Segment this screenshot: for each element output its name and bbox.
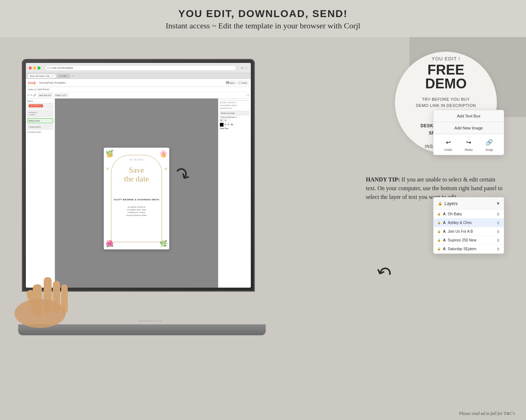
layer-text-oh-baby: Oh Baby	[448, 212, 494, 216]
card-details: are getting married on OCTOBER 24TH, 202…	[104, 206, 169, 217]
main-area: C | corjl.com/templates ⊕ ↑ ☆ Save the D…	[0, 37, 526, 420]
undo-label: Undo	[444, 148, 452, 152]
corjl-popup-panel: Add Text Box Add New Image ↩ Undo ↪ Redo…	[433, 110, 504, 155]
svg-point-6	[15, 299, 66, 328]
layer-text-join-us: Join Us For A B	[448, 229, 494, 233]
arrow-to-layers: ↷	[373, 261, 394, 286]
layer-lock-icon-4: 🔒	[437, 239, 441, 242]
layers-panel: 🔒 Layers ▾ 🔒 A Oh Baby 🗑 🔒 A Ashley & Ch…	[433, 197, 504, 254]
header-title: YOU EDIT, DOWNLOAD, SEND!	[7, 8, 519, 20]
page-indicator: Page 1 of 1	[54, 93, 68, 97]
demo-try: TRY BEFORE YOU BUY DEMO LINK IN DESCRIPT…	[416, 96, 476, 108]
panel-item: INCOMPLETE	[27, 103, 53, 109]
add-text-box-button[interactable]: Add Text Box	[434, 110, 504, 122]
toolbar-save[interactable]: 💾 Save	[225, 81, 236, 85]
redo-tool[interactable]: ↪ Redo	[463, 137, 474, 152]
field-label: field 1	[27, 100, 53, 102]
hand-image	[11, 241, 91, 335]
layer-item-join-us[interactable]: 🔒 A Join Us For A B 🗑	[434, 227, 504, 236]
panel-item-4: Collapse Menu	[27, 124, 53, 129]
floral-bl: 🌺	[106, 240, 114, 248]
layer-type-icon-3: A	[443, 229, 446, 233]
footer-note: Please read ad in full for T&C's	[459, 411, 515, 416]
layer-type-icon: A	[443, 212, 446, 216]
layer-delete-icon-4[interactable]: 🗑	[497, 238, 500, 242]
panel-item-3: beauty & lens	[27, 118, 53, 123]
macbook-label: MacBook Pro	[138, 319, 162, 323]
floral-br: 🌿	[159, 240, 167, 248]
demo-demo: DEMO	[425, 77, 467, 91]
corjl-header: Corjl. NoorayParty Templates 💾 Save 🛒 Or…	[26, 79, 251, 87]
layer-delete-icon[interactable]: 🗑	[497, 212, 500, 216]
lock-icon: 🔒	[438, 201, 442, 205]
layer-item-ashley-chris[interactable]: 🔒 A Ashley & Chris 🗑	[434, 219, 504, 227]
corjl-nav: NoorayParty Templates	[39, 81, 66, 84]
layers-title-text: Layers	[444, 201, 458, 206]
demo-free: FREE	[427, 63, 464, 77]
browser-address-bar[interactable]: C | corjl.com/templates	[45, 65, 237, 71]
layer-item-oh-baby[interactable]: 🔒 A Oh Baby 🗑	[434, 210, 504, 219]
layer-delete-icon-2[interactable]: 🗑	[497, 221, 500, 225]
layer-item-supinos[interactable]: 🔒 A Supinos 250 New 🗑	[434, 236, 504, 245]
handy-tip-bold: HANDY TIP:	[366, 176, 400, 183]
laptop-container: C | corjl.com/templates ⊕ ↑ ☆ Save the D…	[11, 59, 273, 335]
snap-tool[interactable]: 🔗 Snap	[484, 137, 494, 152]
save-date-card: 🌿 🌸 🌺 🌿 🌼 🌼 🍃 🍃 26.19.2022	[104, 148, 169, 249]
browser-close-dot[interactable]	[29, 67, 32, 69]
layer-type-icon-5: A	[443, 247, 446, 251]
card-names: SCOTT BROWNE & SAVANNAH SMITH	[104, 199, 169, 201]
toolbar-order[interactable]: 🛒 Order	[237, 81, 249, 85]
layer-type-icon-4: A	[443, 238, 446, 242]
redo-icon: ↪	[463, 137, 474, 147]
layer-delete-icon-5[interactable]: 🗑	[497, 247, 500, 251]
header-banner: YOU EDIT, DOWNLOAD, SEND! Instant access…	[0, 0, 526, 37]
undo-tool[interactable]: ↩ Undo	[443, 137, 453, 152]
font-selector[interactable]: best font 8 ▾	[38, 93, 53, 97]
right-panel: PLEASE JOIN US F... ON A BRIDAL BRUN... …	[218, 99, 251, 288]
layer-lock-icon: 🔒	[437, 212, 441, 216]
layers-chevron[interactable]: ▾	[497, 200, 499, 207]
browser-toolbar: C | corjl.com/templates ⊕ ↑ ☆	[26, 63, 251, 73]
layer-text-supinos: Supinos 250 New	[448, 238, 494, 242]
layer-text-ashley-chris: Ashley & Chris	[448, 221, 494, 225]
card-save-text: Savethe date	[104, 166, 169, 183]
incomplete-badge: INCOMPLETE	[29, 104, 43, 107]
browser-maximize-dot[interactable]	[37, 67, 40, 69]
card-date: 26.19.2022	[104, 159, 169, 161]
browser-minimize-dot[interactable]	[33, 67, 36, 69]
order-id: Order Id: 1909758194	[28, 88, 50, 91]
layer-lock-icon-2: 🔒	[437, 221, 441, 224]
layer-delete-icon-3[interactable]: 🗑	[497, 229, 500, 233]
layers-header: 🔒 Layers ▾	[434, 197, 504, 210]
layer-lock-icon-5: 🔒	[437, 247, 441, 251]
layers-title: 🔒 Layers	[438, 201, 458, 206]
redo-label: Redo	[465, 148, 473, 152]
corjl-toolbar: ↩ ↪ 🔗 best font 8 ▾ Page 1 of 1 ⟨ ⟩	[26, 92, 251, 99]
popup-toolbar: ↩ Undo ↪ Redo 🔗 Snap	[434, 134, 504, 155]
layer-item-saturday[interactable]: 🔒 A Saturday SEptem 🗑	[434, 245, 504, 253]
snap-icon: 🔗	[484, 137, 494, 147]
undo-icon: ↩	[443, 137, 453, 147]
header-subtitle: Instant access ~ Edit the template in yo…	[7, 21, 519, 31]
layer-lock-icon-3: 🔒	[437, 230, 441, 233]
snap-label: Snap	[485, 148, 493, 152]
add-new-image-button[interactable]: Add New Image	[434, 122, 504, 134]
collapse-menu[interactable]: ⬅ Collapse Menu	[27, 131, 53, 133]
layer-type-icon-2: A	[443, 221, 446, 225]
panel-item-2: ⬅ icons & ↩ icons	[27, 110, 53, 117]
corjl-logo: Corjl.	[28, 81, 36, 85]
demo-you-edit: YOU EDIT !	[432, 56, 460, 61]
layer-text-saturday: Saturday SEptem	[448, 247, 494, 251]
